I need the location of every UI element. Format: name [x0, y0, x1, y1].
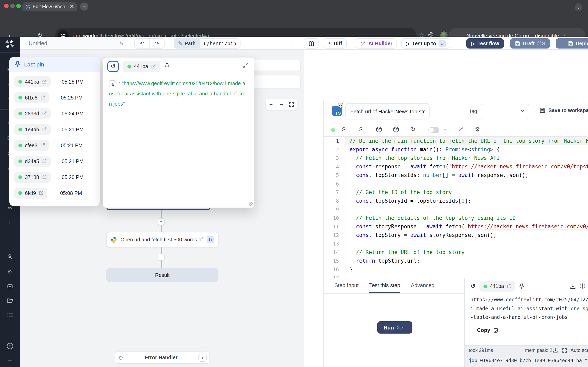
tab-step-input[interactable]: Step Input: [334, 278, 359, 293]
external-link-icon[interactable]: [39, 191, 43, 195]
history-button[interactable]: ↺: [107, 61, 119, 72]
last-pin-item[interactable]: 6f1c605:25 PM: [9, 90, 100, 106]
windmill-logo-icon[interactable]: [4, 39, 15, 49]
ai-builder-button[interactable]: AI Builder: [356, 38, 397, 49]
pin-id-chip[interactable]: 37188: [14, 172, 51, 183]
pin-icon[interactable]: [164, 63, 170, 70]
error-handler-node[interactable]: Error Handler ＋: [115, 351, 210, 364]
test-up-to-button[interactable]: ▷ Test up to a: [401, 38, 450, 49]
pin-time: 05:20 PM: [51, 174, 95, 180]
last-pin-item[interactable]: 1e4ab05:21 PM: [9, 122, 100, 137]
download-icon[interactable]: [553, 348, 558, 353]
pin-id: 37188: [25, 174, 39, 180]
package-icon[interactable]: [376, 126, 382, 133]
last-pin-item[interactable]: 2893d05:24 PM: [9, 106, 100, 122]
download-icon[interactable]: [570, 284, 576, 289]
pin-id-chip[interactable]: 441ba: [14, 76, 51, 87]
last-pin-header[interactable]: Last pin: [9, 57, 100, 72]
refresh-icon[interactable]: ↻: [411, 126, 415, 133]
browser-tab[interactable]: Edit Flow u/henri/pin_results | ✕: [22, 2, 77, 11]
zoom-in-button[interactable]: +: [266, 101, 276, 108]
tag-select[interactable]: [481, 104, 529, 119]
sidebar-item-groups[interactable]: [0, 312, 20, 318]
sidebar-item-settings[interactable]: ⚙: [0, 268, 20, 275]
help-icon[interactable]: ?: [0, 342, 20, 350]
success-dot-icon: [127, 65, 131, 68]
more-options-icon[interactable]: ⋮: [289, 40, 295, 46]
python-step-node[interactable]: Open url and fetch first 500 words of ..…: [106, 232, 218, 247]
window-zoom-button[interactable]: [16, 3, 21, 8]
window-close-button[interactable]: [4, 3, 9, 8]
external-link-icon[interactable]: [40, 95, 45, 100]
path-control[interactable]: ✎Path u/henri/pin: [173, 38, 241, 49]
tab-advanced[interactable]: Advanced: [411, 278, 434, 293]
expand-popup-icon[interactable]: [243, 63, 248, 68]
pin-icon[interactable]: [519, 283, 525, 289]
deploy-button[interactable]: Deploy: [556, 38, 588, 49]
pin-id-chip[interactable]: 6f1c6: [14, 92, 49, 103]
mem-peak-text: mem peak: 2: [525, 348, 552, 353]
pin-id-chip[interactable]: 6fcf9: [14, 188, 47, 199]
external-link-icon[interactable]: [42, 159, 47, 164]
insert-step-button[interactable]: ＋: [158, 254, 164, 261]
history-icon[interactable]: ↺: [470, 283, 476, 290]
pin-id-chip[interactable]: d34a5: [14, 156, 51, 167]
diff-button[interactable]: ± Diff: [324, 38, 346, 49]
undo-button[interactable]: ↶: [135, 39, 150, 48]
flow-summary-field[interactable]: Untitled ✎: [25, 38, 127, 49]
external-link-icon[interactable]: [42, 80, 47, 84]
pin-id-chip[interactable]: 1e4ab: [14, 124, 51, 135]
pin-id-chip[interactable]: 2893d: [14, 108, 51, 119]
expand-icon[interactable]: [562, 348, 567, 352]
sidebar-item-folders[interactable]: [0, 298, 20, 303]
add-error-handler-button[interactable]: ＋: [199, 354, 207, 362]
save-to-workspace-button[interactable]: Save to workspace: [539, 107, 588, 113]
redo-button[interactable]: ↷: [150, 39, 164, 48]
code-editor[interactable]: 1// Define the main function to fetch th…: [324, 137, 588, 278]
expand-sidebar-icon[interactable]: →: [0, 356, 20, 363]
fit-view-button[interactable]: [286, 102, 297, 107]
tab-close-icon[interactable]: ✕: [70, 4, 74, 9]
resources-icon[interactable]: $: [359, 126, 363, 133]
copy-button[interactable]: Copy: [465, 322, 588, 333]
docs-button[interactable]: [304, 38, 319, 49]
result-pin-chip[interactable]: 441ba: [479, 281, 516, 292]
variables-icon[interactable]: $: [342, 126, 346, 133]
settings-gear-icon[interactable]: ⚙: [475, 126, 480, 133]
last-pin-item[interactable]: 441ba05:25 PM: [9, 74, 100, 90]
step-name-input[interactable]: [346, 103, 430, 119]
info-icon[interactable]: ⓘ: [580, 283, 585, 290]
plus-minus-icon[interactable]: ±: [443, 126, 447, 133]
last-pin-item[interactable]: cfee305:21 PM: [9, 137, 100, 153]
resize-handle-icon[interactable]: [249, 202, 253, 206]
sidebar-item-user[interactable]: [0, 254, 20, 260]
external-link-icon[interactable]: [151, 64, 156, 69]
pin-id-chip[interactable]: 441ba: [123, 61, 160, 72]
external-link-icon[interactable]: [507, 284, 511, 289]
package-icon[interactable]: [393, 126, 399, 133]
zoom-out-button[interactable]: −: [276, 101, 287, 108]
external-link-icon[interactable]: [42, 127, 47, 132]
last-pin-item[interactable]: 6fcf905:08 PM: [9, 185, 100, 201]
log-panel[interactable]: took 291ms mem peak: 2 Auto scroll ✓: [465, 345, 588, 367]
insert-step-button[interactable]: ＋: [158, 218, 164, 225]
external-link-icon[interactable]: [40, 143, 45, 148]
diff-mode-toggle[interactable]: [428, 127, 439, 133]
tab-list-chevron-icon[interactable]: ⌄: [575, 3, 582, 11]
save-draft-button[interactable]: Draft ⌘S: [510, 38, 550, 49]
new-tab-button[interactable]: +: [80, 2, 88, 11]
result-node[interactable]: Result: [106, 268, 218, 282]
window-minimize-button[interactable]: [10, 3, 15, 8]
last-pin-item[interactable]: 3718805:20 PM: [9, 169, 100, 185]
sidebar-item-add[interactable]: +: [0, 219, 20, 226]
external-link-icon[interactable]: [42, 111, 47, 116]
pin-id-chip[interactable]: cfee3: [14, 140, 49, 151]
auto-scroll-label[interactable]: Auto scroll: [571, 347, 588, 353]
ai-wand-icon[interactable]: [458, 126, 464, 133]
external-link-icon[interactable]: [42, 175, 47, 179]
last-pin-item[interactable]: d34a505:21 PM: [9, 153, 100, 169]
sidebar-item-workers[interactable]: [0, 283, 20, 289]
run-button[interactable]: Run ⌘↵: [377, 321, 412, 334]
tab-test-this-step[interactable]: Test this step: [369, 278, 400, 293]
test-flow-button[interactable]: ▷ Test flow: [466, 38, 504, 49]
